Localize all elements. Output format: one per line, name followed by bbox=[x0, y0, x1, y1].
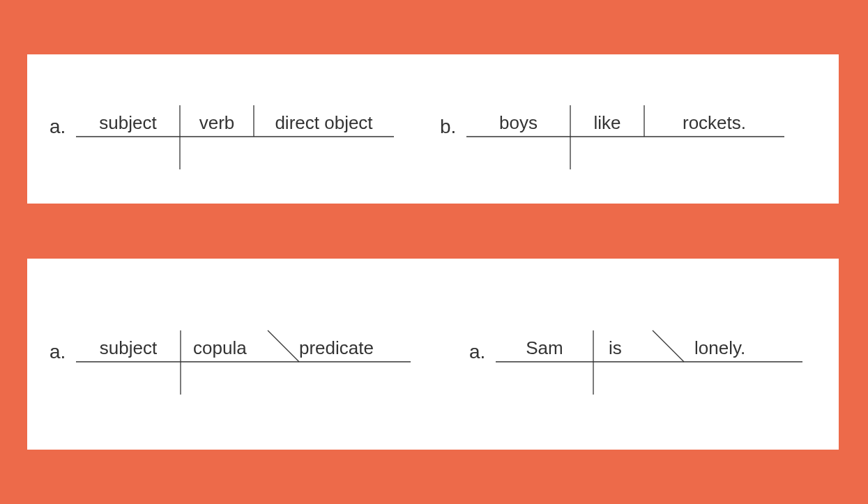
diagram-cells: subject verb direct object bbox=[76, 110, 394, 135]
diagram-1b: b. boys like rockets. bbox=[466, 89, 784, 173]
slot-sam: Sam bbox=[496, 337, 593, 359]
slot-rockets: rockets. bbox=[644, 112, 784, 134]
diagram-2b: a. Sam is lonely. bbox=[496, 314, 802, 398]
diagram-label: b. bbox=[440, 116, 456, 138]
diagram-label: a. bbox=[50, 341, 66, 363]
slot-lonely: lonely. bbox=[653, 337, 802, 359]
slot-direct-object: direct object bbox=[254, 112, 394, 134]
diagram-label: a. bbox=[469, 341, 485, 363]
slot-subject: subject bbox=[76, 112, 180, 134]
slot-predicate: predicate bbox=[268, 337, 411, 359]
slot-copula: copula bbox=[181, 337, 268, 359]
diagram-cells: Sam is lonely. bbox=[496, 335, 802, 360]
slot-verb: verb bbox=[180, 112, 254, 134]
slot-like: like bbox=[570, 112, 644, 134]
slot-subject: subject bbox=[76, 337, 181, 359]
panel-2: a. subject copula predicate a. Sam is lo… bbox=[27, 259, 839, 450]
slot-boys: boys bbox=[466, 112, 570, 134]
diagram-1a: a. subject verb direct object bbox=[76, 89, 394, 173]
diagram-cells: subject copula predicate bbox=[76, 335, 411, 360]
diagram-2a: a. subject copula predicate bbox=[76, 314, 411, 398]
slot-is: is bbox=[593, 337, 653, 359]
diagram-label: a. bbox=[50, 116, 66, 138]
diagram-cells: boys like rockets. bbox=[466, 110, 784, 135]
panel-1: a. subject verb direct object b. boys li… bbox=[27, 54, 839, 204]
